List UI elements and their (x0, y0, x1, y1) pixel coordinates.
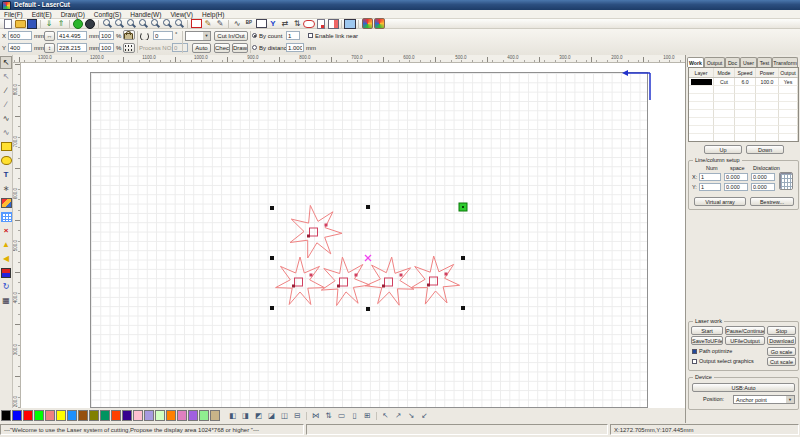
zoom-window-icon[interactable] (101, 19, 113, 29)
zoom-in-button-icon[interactable] (72, 19, 84, 29)
palette-color-17[interactable] (188, 410, 198, 421)
start-button[interactable]: Start (691, 326, 723, 335)
cut-inout-button[interactable]: Cut In/Out (214, 31, 248, 41)
palette-color-12[interactable] (133, 410, 143, 421)
palette-color-3[interactable] (34, 410, 44, 421)
zoom-previous-icon[interactable] (173, 19, 185, 29)
cut-scale-button[interactable]: Cut scale (767, 357, 796, 366)
palette-color-6[interactable] (67, 410, 77, 421)
auto-button[interactable]: Auto (192, 43, 211, 53)
rotate-angle-input[interactable] (153, 31, 173, 40)
y-position-input[interactable] (8, 43, 32, 52)
stop-button[interactable]: Stop (767, 326, 796, 335)
grid-tool-icon[interactable] (0, 210, 12, 223)
rotate-tool-icon[interactable]: ↻ (0, 280, 12, 293)
y-num-input[interactable] (699, 183, 721, 191)
select-rect-icon[interactable] (190, 19, 202, 29)
equal-height-icon[interactable]: ▯ (348, 410, 361, 422)
zoom-plus-icon[interactable] (113, 19, 125, 29)
open-folder-icon[interactable] (14, 19, 26, 29)
star-shape[interactable] (411, 256, 460, 304)
palette-color-10[interactable] (111, 410, 121, 421)
select-tool-icon[interactable]: ↖ (0, 56, 12, 69)
zoom-all-icon[interactable] (137, 19, 149, 29)
text-tool-icon[interactable]: T (0, 168, 12, 181)
by-distance-input[interactable] (286, 43, 304, 52)
menu-item-help[interactable]: Help(H) (202, 10, 224, 19)
palette-color-2[interactable] (23, 410, 33, 421)
cloud-icon[interactable] (303, 19, 315, 29)
star-shape[interactable] (290, 205, 342, 258)
mirror-vertical-icon[interactable]: ⇅ (322, 410, 335, 422)
pause-continue-button[interactable]: Pause/Continue (725, 326, 765, 335)
save-to-ufile-button[interactable]: SaveToUFile (691, 336, 723, 345)
line-tool-icon[interactable]: ∕ (0, 84, 12, 97)
anchor-flag-tool-icon[interactable] (0, 266, 12, 279)
y-scale-input[interactable] (99, 43, 114, 52)
curve-icon[interactable]: ∿ (231, 19, 243, 29)
layer-row[interactable]: Cut6.0100.0Yes (689, 78, 798, 86)
menu-item-config[interactable]: Config(S) (94, 10, 121, 19)
star-shape[interactable] (365, 257, 414, 305)
array-preview-button[interactable] (779, 172, 793, 190)
selection-handle[interactable] (366, 205, 370, 209)
x-scale-input[interactable] (99, 31, 114, 40)
by-distance-radio[interactable] (252, 45, 257, 50)
export-device-icon[interactable]: ⇑ (55, 19, 67, 29)
menu-item-edit[interactable]: Edit(E) (32, 10, 52, 19)
node-select-tool-icon[interactable]: ↖ (0, 70, 12, 83)
rotate-button[interactable] (139, 31, 151, 41)
palette-color-5[interactable] (56, 410, 66, 421)
zoom-select-icon[interactable] (149, 19, 161, 29)
enable-link-checkbox[interactable] (308, 33, 313, 38)
array-grid-icon[interactable]: ⊞ (361, 410, 374, 422)
selection-handle[interactable] (461, 306, 465, 310)
anchor-position-button[interactable] (123, 43, 135, 53)
tab-transform[interactable]: Transform (772, 57, 798, 67)
align-bottom-icon[interactable]: ◪ (265, 410, 278, 422)
preset-dropdown[interactable] (185, 31, 211, 41)
selection-handle[interactable] (270, 256, 274, 260)
x-size-input[interactable] (57, 31, 87, 40)
mirror-vertical-tool-icon[interactable]: ▲ (0, 238, 12, 251)
y-space-input[interactable] (724, 183, 748, 191)
curve-line-tool-icon[interactable]: ∿ (0, 112, 12, 125)
layer-down-button[interactable]: Down (746, 145, 784, 154)
zoom-minus-icon[interactable] (125, 19, 137, 29)
new-file-icon[interactable] (2, 19, 14, 29)
origin-bottom-left-icon[interactable]: ↙ (418, 410, 431, 422)
x-space-input[interactable] (724, 173, 748, 181)
x-num-input[interactable] (699, 173, 721, 181)
bp-curve-icon[interactable]: BP (243, 19, 255, 29)
y-dislocation-input[interactable] (751, 183, 775, 191)
menu-item-handle[interactable]: Handle(W) (130, 10, 161, 19)
spline-tool-icon[interactable]: ∿ (0, 126, 12, 139)
bestrew-button[interactable]: Bestrew... (750, 197, 794, 206)
layer-up-button[interactable]: Up (704, 145, 742, 154)
monitor-icon[interactable] (344, 19, 356, 29)
ellipse-tool-icon[interactable] (0, 154, 12, 167)
palette-color-8[interactable] (89, 410, 99, 421)
rect-shape-icon[interactable] (255, 19, 267, 29)
menu-item-view[interactable]: View(V) (170, 10, 193, 19)
tab-test[interactable]: Test (757, 57, 772, 67)
palette-color-4[interactable] (45, 410, 55, 421)
selection-handle[interactable] (366, 307, 370, 311)
palette-color-7[interactable] (78, 410, 88, 421)
node-tree-icon[interactable]: Y (267, 19, 279, 29)
by-count-input[interactable] (286, 31, 300, 40)
polyline-tool-icon[interactable]: ∕ (0, 98, 12, 111)
palette-color-16[interactable] (177, 410, 187, 421)
by-count-radio[interactable] (252, 33, 257, 38)
save-icon[interactable] (26, 19, 38, 29)
origin-bottom-right-icon[interactable]: ↘ (405, 410, 418, 422)
check-button[interactable]: Check (214, 43, 230, 53)
palette-color-19[interactable] (210, 410, 220, 421)
fill-color-tool-icon[interactable] (0, 196, 12, 209)
node-edit-icon[interactable]: ✎ (202, 19, 214, 29)
mirror-horizontal-icon[interactable]: ⋈ (309, 410, 322, 422)
array-tool-icon[interactable]: ▦ (0, 294, 12, 307)
flip-vertical-icon[interactable]: ⇅ (291, 19, 303, 29)
drawing-canvas[interactable] (21, 63, 685, 408)
zoom-out-button-icon[interactable] (84, 19, 96, 29)
